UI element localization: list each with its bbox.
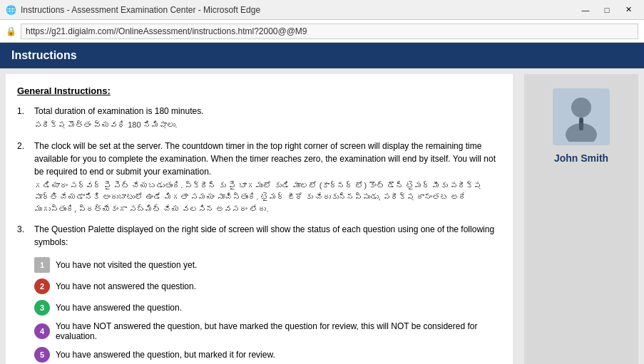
user-name: John Smith [554,152,608,164]
item-content-1: Total duration of examination is 180 min… [34,105,501,131]
symbol-label-2: You have not answered the question. [56,281,196,291]
list-item: 1. Total duration of examination is 180 … [17,105,501,131]
symbol-label-4: You have NOT answered the question, but … [56,321,501,341]
symbol-row-2: 2 You have not answered the question. [34,279,501,294]
title-bar-left: 🌐 Instructions - Assessment Examination … [6,5,260,15]
item-num-3: 3. [17,223,29,249]
symbol-not-answered: 2 [34,279,50,294]
header-title: Instructions [11,49,77,62]
item-telugu-1: పరీక్ష మొత్తం వ్యవధి 180 నిమిషాలు. [34,119,501,131]
avatar [553,88,610,145]
symbol-row-5: 5 You have answered the question, but ma… [34,347,501,363]
symbol-answered-marked: 5 [34,347,50,363]
user-sidebar: John Smith [524,74,638,364]
title-bar-controls: — □ ✕ [576,3,638,17]
browser-icon: 🌐 [6,5,16,15]
close-button[interactable]: ✕ [618,3,638,17]
instruction-list: 1. Total duration of examination is 180 … [17,105,501,249]
item-text-2: The clock will be set at the server. The… [34,141,496,177]
symbol-marked-review: 4 [34,323,50,339]
general-instructions-title: General Instructions: [17,85,501,96]
item-num-1: 1. [17,105,29,131]
item-text-1: Total duration of examination is 180 min… [34,106,203,116]
symbol-label-1: You have not visited the question yet. [56,260,197,270]
url-input[interactable] [21,24,638,39]
symbol-label-5: You have answered the question, but mark… [56,350,275,360]
maximize-button[interactable]: □ [597,3,617,17]
symbol-not-visited: 1 [34,257,50,273]
list-item: 3. The Question Palette displayed on the… [17,223,501,249]
item-telugu-2: గడియారం సర్వర్ పై సెట్ చేయబడుతుంది. స్క్… [34,180,501,215]
symbol-row-1: 1 You have not visited the question yet. [34,257,501,273]
instructions-panel: General Instructions: 1. Total duration … [6,74,513,364]
symbol-label-3: You have answered the question. [56,303,182,313]
window-title: Instructions - Assessment Examination Ce… [21,5,260,15]
item-content-2: The clock will be set at the server. The… [34,140,501,215]
item-num-2: 2. [17,140,29,215]
content-wrapper: General Instructions: 1. Total duration … [0,68,644,364]
minimize-button[interactable]: — [576,3,596,17]
avatar-image [556,92,606,142]
item-content-3: The Question Palette displayed on the ri… [34,223,501,249]
lock-icon: 🔒 [6,26,16,36]
symbols-section: 1 You have not visited the question yet.… [34,257,501,363]
title-bar: 🌐 Instructions - Assessment Examination … [0,0,644,20]
svg-point-1 [571,98,591,118]
instructions-content: General Instructions: 1. Total duration … [17,85,501,364]
address-bar: 🔒 [0,20,644,43]
item-text-3: The Question Palette displayed on the ri… [34,224,494,247]
symbol-answered: 3 [34,300,50,316]
symbol-row-4: 4 You have NOT answered the question, bu… [34,321,501,341]
symbol-row-3: 3 You have answered the question. [34,300,501,316]
list-item: 2. The clock will be set at the server. … [17,140,501,215]
left-column: General Instructions: 1. Total duration … [0,68,513,364]
app-header: Instructions [0,43,644,68]
